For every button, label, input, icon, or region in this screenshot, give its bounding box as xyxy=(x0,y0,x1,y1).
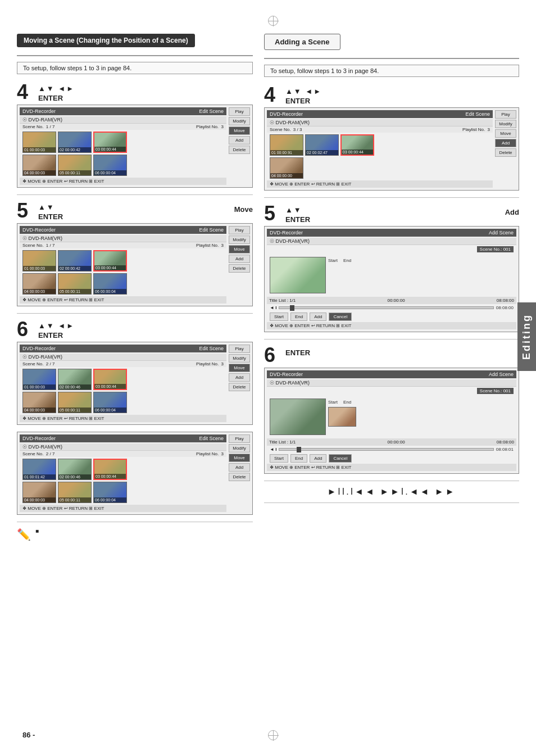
left-s4-btn-delete[interactable]: Delete xyxy=(229,146,250,154)
left-s6a-thumb3: 03 00:00:44 xyxy=(93,369,127,390)
left-s5-btn-modify[interactable]: Modify xyxy=(229,236,250,244)
right-s4-playlist: Playlist No. 3 xyxy=(462,127,490,132)
right-s6-slider[interactable]: ◄ I 08:08:01 xyxy=(267,446,516,453)
left-step6-instructions: ▲▼ ◄► ENTER xyxy=(38,319,75,339)
right-s6-btn-add[interactable]: Add xyxy=(310,454,326,463)
right-step6-screen: DVD-Recorder Add Scene ☉ DVD-RAM(VR) Sce… xyxy=(264,368,519,474)
right-s6-slider-time: 08:08:01 xyxy=(496,447,514,452)
left-s4-btn-play[interactable]: Play xyxy=(229,107,250,116)
left-s6a-btn-add[interactable]: Add xyxy=(229,373,250,382)
left-s6a-nav: ❖ MOVE ⊕ ENTER ↩ RETURN ⊞ EXIT xyxy=(22,416,104,421)
right-step5-arrows: ▲▼ xyxy=(285,206,310,214)
right-section: Adding a Scene To setup, follow steps 1 … xyxy=(264,34,519,541)
left-s6b-thumb1: 01 00:01:42 xyxy=(22,459,56,480)
right-s5-sub: ☉ DVD-RAM(VR) xyxy=(270,238,310,244)
left-step6b-screen: DVD-Recorder Edit Scene ☉ DVD-RAM(VR) Sc… xyxy=(17,432,253,515)
right-step5-instructions: ▲▼ ENTER xyxy=(285,203,310,224)
left-note: ✏️ ■ xyxy=(17,528,253,541)
right-s6-header-right: Add Scene xyxy=(489,372,514,377)
left-s6b-thumb2: 02 00:00:46 xyxy=(58,459,92,480)
right-s5-content: Start End xyxy=(267,255,516,295)
left-s6b-bthumb1: 04 00:00:03 xyxy=(22,482,56,503)
right-s6-action-buttons: Start End Add Cancel xyxy=(267,453,516,464)
right-s6-header-left: DVD-Recorder xyxy=(270,372,303,377)
left-s4-thumb2: 02 00:00:42 xyxy=(58,132,92,153)
left-s5-btn-move[interactable]: Move xyxy=(229,245,250,253)
left-step6-num: 6 xyxy=(17,319,34,339)
right-s5-btn-add[interactable]: Add xyxy=(310,313,326,321)
left-s6a-btn-modify[interactable]: Modify xyxy=(229,354,250,363)
left-s6b-btn-add[interactable]: Add xyxy=(229,463,250,472)
right-s6-btn-cancel[interactable]: Cancel xyxy=(329,454,352,463)
right-s5-header-right: Add Scene xyxy=(489,230,514,236)
left-s4-header-right: Edit Scene xyxy=(199,108,224,114)
left-s6a-side-buttons: Play Modify Move Add Delete xyxy=(229,345,250,422)
left-step5-right-label: Move xyxy=(234,201,253,214)
editing-sidebar: Editing xyxy=(517,302,536,371)
left-s5-btn-play[interactable]: Play xyxy=(229,226,250,234)
left-s6a-header-right: Edit Scene xyxy=(199,346,224,351)
left-step4-instructions: ▲▼ ◄► ENTER xyxy=(38,82,75,102)
right-s5-btn-cancel[interactable]: Cancel xyxy=(329,313,352,321)
right-s4-btn-play[interactable]: Play xyxy=(495,110,516,119)
left-s6b-btn-delete[interactable]: Delete xyxy=(229,473,250,481)
left-s5-nav: ❖ MOVE ⊕ ENTER ↩ RETURN ⊞ EXIT xyxy=(22,297,104,302)
left-s6a-thumb1: 01 00:00:03 xyxy=(22,369,56,390)
right-s6-btn-end[interactable]: End xyxy=(290,454,307,463)
right-step4-row: 4 ▲▼ ◄► ENTER xyxy=(264,85,519,105)
left-s4-btn-add[interactable]: Add xyxy=(229,136,250,144)
left-s6a-btn-delete[interactable]: Delete xyxy=(229,383,250,391)
left-s6b-sub: ☉ DVD-RAM(VR) xyxy=(22,444,62,450)
right-s4-btn-move[interactable]: Move xyxy=(495,129,516,138)
left-s6b-playlist: Playlist No. 3 xyxy=(196,451,224,456)
right-s6-btn-start[interactable]: Start xyxy=(270,454,288,463)
left-s4-btn-move[interactable]: Move xyxy=(229,126,250,135)
right-s6-time-start: 00:00:00 xyxy=(388,440,405,445)
right-step5-row: 5 ▲▼ ENTER Add xyxy=(264,203,519,224)
left-step6-enter: ENTER xyxy=(38,331,75,339)
left-s4-thumb1: 01 00:00:03 xyxy=(22,132,56,153)
right-step4-num: 4 xyxy=(264,85,281,105)
right-section-title: Adding a Scene xyxy=(264,34,340,50)
left-step5-row: 5 ▲▼ ENTER Move xyxy=(17,201,253,221)
left-s4-bthumb1: 04 00:00:03 xyxy=(22,155,56,176)
right-s4-btn-delete[interactable]: Delete xyxy=(495,148,516,157)
right-s5-slider[interactable]: ◄ I 08:08:00 xyxy=(267,304,516,311)
left-s5-header-left: DVD-Recorder xyxy=(22,227,56,233)
right-s4-sub: ☉ DVD-RAM(VR) xyxy=(270,120,310,125)
left-s5-thumb1: 01 00:00:03 xyxy=(22,250,56,271)
left-s6b-btn-modify[interactable]: Modify xyxy=(229,444,250,452)
right-step5-screen: DVD-Recorder Add Scene ☉ DVD-RAM(VR) Sce… xyxy=(264,226,519,332)
right-s4-btn-modify[interactable]: Modify xyxy=(495,120,516,128)
right-s6-scene-badge: Scene No.: 001 xyxy=(477,388,514,394)
left-s5-playlist: Playlist No. 3 xyxy=(196,243,224,248)
left-s5-bthumb2: 05 00:00:11 xyxy=(58,273,92,295)
left-step6a-screen: DVD-Recorder Edit Scene ☉ DVD-RAM(VR) Sc… xyxy=(17,342,253,425)
right-s5-end-label: End xyxy=(343,258,351,263)
right-step6-num: 6 xyxy=(264,345,281,365)
left-step5-num: 5 xyxy=(17,201,34,221)
left-s6b-btn-play[interactable]: Play xyxy=(229,434,250,443)
note-text: ■ xyxy=(35,528,39,534)
left-s6a-btn-play[interactable]: Play xyxy=(229,345,250,353)
right-s5-slider-time: 08:08:00 xyxy=(496,305,514,310)
right-s6-end-label: End xyxy=(343,400,351,405)
right-s4-btn-add[interactable]: Add xyxy=(495,139,516,147)
right-s4-thumb3: 03 00:00:44 xyxy=(340,134,374,156)
right-s4-header-left: DVD-Recorder xyxy=(270,111,303,117)
right-s4-side-buttons: Play Modify Move Add Delete xyxy=(495,110,516,188)
left-step6-row: 6 ▲▼ ◄► ENTER xyxy=(17,319,253,339)
right-s5-action-buttons: Start End Add Cancel xyxy=(267,311,516,322)
left-s5-btn-delete[interactable]: Delete xyxy=(229,264,250,273)
left-s5-sub: ☉ DVD-RAM(VR) xyxy=(22,236,62,241)
right-s5-btn-start[interactable]: Start xyxy=(270,313,288,321)
left-s4-btn-modify[interactable]: Modify xyxy=(229,117,250,125)
right-s5-btn-end[interactable]: End xyxy=(290,313,307,321)
left-s5-scene: Scene No. 1 / 7 xyxy=(22,243,54,248)
left-s5-btn-add[interactable]: Add xyxy=(229,255,250,263)
left-s6a-btn-move[interactable]: Move xyxy=(229,364,250,372)
right-s6-thumb-large xyxy=(270,399,326,435)
left-s6b-bthumb2: 05 00:00:11 xyxy=(58,482,92,503)
left-s4-sub: ☉ DVD-RAM(VR) xyxy=(22,117,62,123)
left-s6b-btn-move[interactable]: Move xyxy=(229,454,250,462)
